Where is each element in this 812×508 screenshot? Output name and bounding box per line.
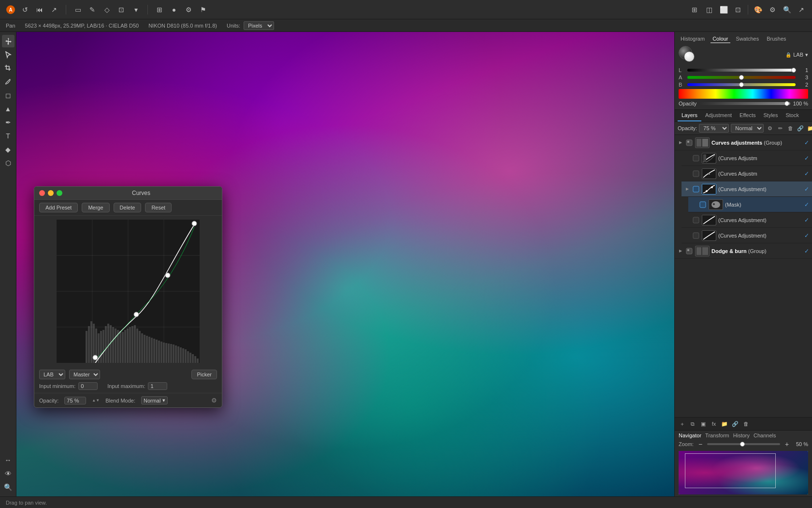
channel-l-slider[interactable] — [687, 69, 796, 72]
tab-brushes[interactable]: Brushes — [765, 35, 788, 43]
layer-item-curves-2[interactable]: (Curves Adjustm ✓ — [682, 166, 812, 181]
layer-expand-active[interactable]: ▶ — [684, 186, 690, 192]
layer-link-btn2[interactable]: 🔗 — [731, 419, 740, 428]
brush-tool-btn[interactable]: ● — [167, 3, 181, 16]
input-maximum-input[interactable] — [148, 382, 167, 390]
channel-a-slider[interactable] — [687, 76, 796, 79]
settings-icon-btn[interactable]: ⚙ — [766, 3, 779, 16]
tab-navigator[interactable]: Navigator — [679, 433, 701, 438]
dialog-close-btn[interactable] — [39, 190, 45, 196]
crop-tool-btn[interactable]: ⊡ — [115, 3, 128, 16]
zoom-tool[interactable]: 🔍 — [2, 481, 14, 493]
filter-tool[interactable]: ⬡ — [2, 157, 14, 169]
layer-duplicate-btn[interactable]: ⧉ — [688, 419, 697, 428]
tab-transform[interactable]: Transform — [705, 433, 729, 438]
delete-button[interactable]: Delete — [114, 203, 142, 212]
layer-folder-btn2[interactable]: 📁 — [720, 419, 729, 428]
blend-mode-value[interactable]: Normal ▾ — [141, 396, 168, 404]
folder-layer-btn[interactable]: 📁 — [806, 124, 812, 133]
tab-channels[interactable]: Channels — [754, 433, 776, 438]
layer-item-curves-1[interactable]: (Curves Adjustm ✓ — [682, 150, 812, 166]
curves-master-select[interactable]: Master Red Green Blue — [69, 370, 100, 379]
tab-stock[interactable]: Stock — [782, 110, 803, 121]
layer-vis-2[interactable] — [692, 154, 700, 162]
brush-tool[interactable] — [2, 75, 14, 88]
units-select[interactable]: Pixels Inches cm — [244, 21, 274, 30]
refresh-button[interactable]: ↺ — [18, 3, 32, 16]
layer-del-btn[interactable]: 🗑 — [741, 419, 750, 428]
layer-item-dodge-group[interactable]: ▶ Dodge & burn (Group) ✓ — [675, 243, 812, 259]
zoom-slider[interactable] — [707, 443, 780, 445]
layer-vis-4[interactable] — [692, 216, 700, 224]
opacity-slider[interactable] — [699, 102, 790, 105]
layer-vis-5[interactable] — [692, 232, 700, 239]
layer-item-curves-active[interactable]: ▶ (Curves Adjustment) ✓ — [682, 181, 812, 197]
curves-picker-button[interactable]: Picker — [191, 370, 217, 379]
pen-tool-left[interactable]: ✒ — [2, 116, 14, 129]
layer-item-curves-5[interactable]: (Curves Adjustment) ✓ — [682, 228, 812, 243]
select-tool[interactable] — [2, 48, 14, 61]
curves-settings-icon[interactable]: ⚙ — [211, 397, 217, 404]
tab-histogram[interactable]: Histogram — [679, 35, 707, 43]
view-icon-2[interactable]: ◫ — [702, 3, 716, 16]
add-preset-button[interactable]: Add Preset — [39, 203, 78, 212]
layer-vis-dodge[interactable] — [685, 247, 693, 255]
shape-tool[interactable]: ◇ — [100, 3, 114, 16]
pen-tool[interactable]: ✎ — [86, 3, 99, 16]
tab-history[interactable]: History — [733, 433, 750, 438]
reset-button[interactable]: Reset — [145, 203, 172, 212]
layer-visibility-icon[interactable] — [685, 139, 693, 147]
share-button[interactable]: ↗ — [47, 3, 61, 16]
layer-vis-active[interactable] — [692, 185, 700, 193]
tab-adjustment[interactable]: Adjustment — [701, 110, 736, 121]
shape-tool-left[interactable]: ◆ — [2, 143, 14, 156]
view-mode[interactable]: 👁 — [2, 467, 14, 480]
layer-item-mask[interactable]: (Mask) ✓ — [688, 197, 812, 212]
view-icon-4[interactable]: ⊡ — [731, 3, 745, 16]
channel-b-slider[interactable] — [687, 83, 796, 86]
dialog-minimize-btn[interactable] — [48, 190, 54, 196]
opacity-input[interactable] — [64, 397, 86, 404]
dropdown-tool[interactable]: ▾ — [129, 3, 143, 16]
merge-button[interactable]: Merge — [82, 203, 109, 212]
fill-tool[interactable]: ▲ — [2, 103, 14, 115]
palette-icon[interactable]: 🎨 — [751, 3, 765, 16]
more-tool[interactable]: ⚙ — [182, 3, 195, 16]
zoom-icon-btn[interactable]: 🔍 — [780, 3, 794, 16]
colour-gradient-bar[interactable] — [679, 89, 808, 99]
tab-effects[interactable]: Effects — [736, 110, 759, 121]
foreground-color-swatch[interactable] — [679, 46, 696, 63]
layer-expand-icon[interactable]: ▶ — [678, 140, 683, 146]
flag-tool[interactable]: ⚑ — [196, 3, 210, 16]
nav-icon[interactable]: ↗ — [795, 3, 808, 16]
input-minimum-input[interactable] — [78, 382, 98, 390]
tab-layers[interactable]: Layers — [678, 110, 701, 121]
tab-swatches[interactable]: Swatches — [734, 35, 761, 43]
layers-opacity-select[interactable]: 75 % 100 % 50 % — [699, 124, 729, 133]
blend-mode-select[interactable]: Normal Multiply Screen — [731, 124, 764, 133]
delete-layer-btn[interactable]: 🗑 — [786, 124, 795, 133]
layer-item-curves-group[interactable]: ▶ Curves adjustments (Group) ✓ — [675, 135, 812, 150]
nav-preview[interactable] — [679, 451, 808, 494]
eraser-tool[interactable]: ◻ — [2, 89, 14, 102]
layer-add-btn[interactable]: ＋ — [678, 419, 686, 428]
zoom-out-btn[interactable]: − — [696, 440, 704, 448]
layer-vis-mask[interactable] — [699, 201, 707, 209]
zoom-in-btn[interactable]: + — [783, 440, 791, 448]
transform-tool[interactable]: ↔ — [2, 454, 14, 466]
link-layer-btn[interactable]: 🔗 — [796, 124, 805, 133]
add-layer-btn[interactable]: ⚙ — [766, 124, 774, 133]
type-tool[interactable]: T — [2, 130, 14, 142]
tab-colour[interactable]: Colour — [710, 35, 730, 43]
tab-styles[interactable]: Styles — [760, 110, 782, 121]
back-button[interactable]: ⏮ — [33, 3, 46, 16]
dialog-maximize-btn[interactable] — [57, 190, 62, 196]
settings-layer-btn[interactable]: ✏ — [776, 124, 784, 133]
move-tool[interactable] — [2, 35, 14, 47]
app-icon[interactable]: A — [4, 3, 17, 16]
layer-vis-3[interactable] — [692, 170, 700, 178]
crop-tool[interactable] — [2, 62, 14, 75]
curves-channel-select[interactable]: LAB RGB — [39, 370, 65, 379]
layer-expand-dodge[interactable]: ▶ — [678, 248, 683, 254]
layer-fx-btn[interactable]: fx — [710, 419, 718, 428]
